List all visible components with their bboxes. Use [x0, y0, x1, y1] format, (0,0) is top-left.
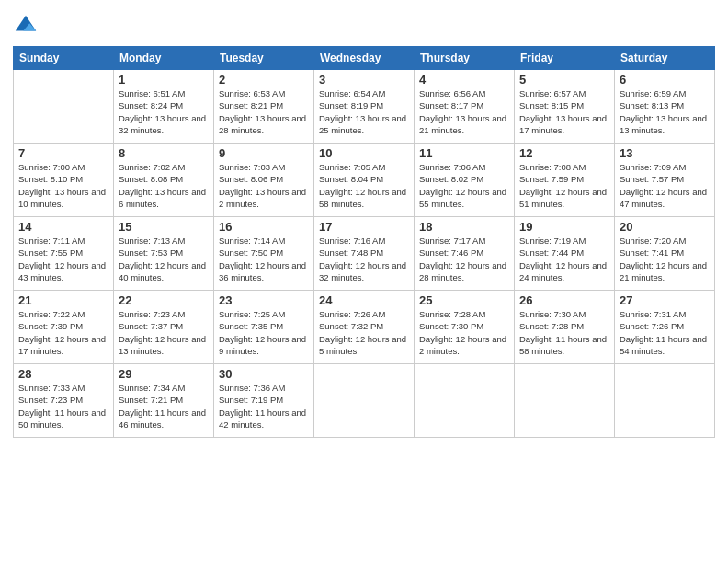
weekday-header-saturday: Saturday	[615, 47, 715, 70]
day-info: Sunrise: 7:28 AMSunset: 7:30 PMDaylight:…	[419, 308, 509, 357]
calendar-cell: 2Sunrise: 6:53 AMSunset: 8:21 PMDaylight…	[214, 70, 314, 144]
day-number: 23	[219, 293, 309, 307]
weekday-header-friday: Friday	[515, 47, 615, 70]
calendar-cell: 22Sunrise: 7:23 AMSunset: 7:37 PMDayligh…	[114, 291, 214, 364]
weekday-header-monday: Monday	[114, 47, 214, 70]
day-number: 5	[519, 73, 609, 86]
day-number: 8	[119, 146, 209, 160]
calendar-cell: 18Sunrise: 7:17 AMSunset: 7:46 PMDayligh…	[415, 217, 515, 291]
calendar-cell: 12Sunrise: 7:08 AMSunset: 7:59 PMDayligh…	[515, 144, 615, 217]
day-number: 10	[319, 146, 409, 160]
day-number: 22	[119, 293, 209, 307]
day-info: Sunrise: 6:53 AMSunset: 8:21 PMDaylight:…	[219, 87, 309, 136]
day-info: Sunrise: 7:22 AMSunset: 7:39 PMDaylight:…	[18, 308, 108, 357]
calendar-cell: 16Sunrise: 7:14 AMSunset: 7:50 PMDayligh…	[214, 217, 314, 291]
day-info: Sunrise: 7:09 AMSunset: 7:57 PMDaylight:…	[620, 161, 710, 210]
day-info: Sunrise: 7:08 AMSunset: 7:59 PMDaylight:…	[519, 161, 609, 210]
day-info: Sunrise: 7:36 AMSunset: 7:19 PMDaylight:…	[219, 382, 309, 431]
week-row-2: 7Sunrise: 7:00 AMSunset: 8:10 PMDaylight…	[14, 144, 715, 217]
logo-icon	[13, 13, 39, 39]
day-number: 28	[18, 367, 108, 381]
calendar-cell	[515, 364, 615, 438]
calendar-cell	[415, 364, 515, 438]
day-number: 6	[620, 73, 710, 86]
week-row-1: 1Sunrise: 6:51 AMSunset: 8:24 PMDaylight…	[14, 70, 715, 144]
calendar-cell: 21Sunrise: 7:22 AMSunset: 7:39 PMDayligh…	[14, 291, 114, 364]
day-number: 16	[219, 220, 309, 234]
calendar-cell: 30Sunrise: 7:36 AMSunset: 7:19 PMDayligh…	[214, 364, 314, 438]
header	[13, 9, 715, 39]
day-number: 4	[419, 73, 509, 86]
day-info: Sunrise: 6:57 AMSunset: 8:15 PMDaylight:…	[519, 87, 609, 136]
day-info: Sunrise: 7:03 AMSunset: 8:06 PMDaylight:…	[219, 161, 309, 210]
calendar-cell: 6Sunrise: 6:59 AMSunset: 8:13 PMDaylight…	[615, 70, 715, 144]
calendar: SundayMondayTuesdayWednesdayThursdayFrid…	[13, 46, 715, 438]
calendar-cell: 23Sunrise: 7:25 AMSunset: 7:35 PMDayligh…	[214, 291, 314, 364]
day-number: 9	[219, 146, 309, 160]
calendar-cell: 24Sunrise: 7:26 AMSunset: 7:32 PMDayligh…	[314, 291, 415, 364]
week-row-4: 21Sunrise: 7:22 AMSunset: 7:39 PMDayligh…	[14, 291, 715, 364]
calendar-cell	[615, 364, 715, 438]
day-info: Sunrise: 7:13 AMSunset: 7:53 PMDaylight:…	[119, 235, 209, 283]
day-number: 26	[519, 293, 609, 307]
day-number: 20	[620, 220, 710, 234]
day-number: 11	[419, 146, 509, 160]
day-number: 25	[419, 293, 509, 307]
calendar-cell	[14, 70, 114, 144]
day-info: Sunrise: 7:14 AMSunset: 7:50 PMDaylight:…	[219, 235, 309, 283]
day-info: Sunrise: 7:20 AMSunset: 7:41 PMDaylight:…	[620, 235, 710, 283]
day-number: 2	[219, 73, 309, 86]
day-number: 3	[319, 73, 409, 86]
day-number: 14	[18, 220, 108, 234]
calendar-cell: 28Sunrise: 7:33 AMSunset: 7:23 PMDayligh…	[14, 364, 114, 438]
day-info: Sunrise: 7:23 AMSunset: 7:37 PMDaylight:…	[119, 308, 209, 357]
day-info: Sunrise: 7:00 AMSunset: 8:10 PMDaylight:…	[18, 161, 108, 210]
day-info: Sunrise: 6:59 AMSunset: 8:13 PMDaylight:…	[620, 87, 710, 136]
week-row-3: 14Sunrise: 7:11 AMSunset: 7:55 PMDayligh…	[14, 217, 715, 291]
weekday-header-wednesday: Wednesday	[314, 47, 415, 70]
calendar-cell: 26Sunrise: 7:30 AMSunset: 7:28 PMDayligh…	[515, 291, 615, 364]
day-number: 17	[319, 220, 409, 234]
weekday-header-sunday: Sunday	[14, 47, 114, 70]
calendar-cell: 9Sunrise: 7:03 AMSunset: 8:06 PMDaylight…	[214, 144, 314, 217]
day-info: Sunrise: 7:16 AMSunset: 7:48 PMDaylight:…	[319, 235, 409, 283]
calendar-cell: 5Sunrise: 6:57 AMSunset: 8:15 PMDaylight…	[515, 70, 615, 144]
calendar-cell: 10Sunrise: 7:05 AMSunset: 8:04 PMDayligh…	[314, 144, 415, 217]
calendar-cell: 27Sunrise: 7:31 AMSunset: 7:26 PMDayligh…	[615, 291, 715, 364]
day-info: Sunrise: 7:19 AMSunset: 7:44 PMDaylight:…	[519, 235, 609, 283]
day-info: Sunrise: 6:51 AMSunset: 8:24 PMDaylight:…	[119, 87, 209, 136]
day-number: 7	[18, 146, 108, 160]
week-row-5: 28Sunrise: 7:33 AMSunset: 7:23 PMDayligh…	[14, 364, 715, 438]
day-info: Sunrise: 6:54 AMSunset: 8:19 PMDaylight:…	[319, 87, 409, 136]
day-number: 29	[119, 367, 209, 381]
day-number: 27	[620, 293, 710, 307]
day-number: 24	[319, 293, 409, 307]
day-info: Sunrise: 7:33 AMSunset: 7:23 PMDaylight:…	[18, 382, 108, 431]
day-number: 21	[18, 293, 108, 307]
day-info: Sunrise: 7:06 AMSunset: 8:02 PMDaylight:…	[419, 161, 509, 210]
day-info: Sunrise: 7:30 AMSunset: 7:28 PMDaylight:…	[519, 308, 609, 357]
day-number: 13	[620, 146, 710, 160]
weekday-header-tuesday: Tuesday	[214, 47, 314, 70]
day-info: Sunrise: 7:26 AMSunset: 7:32 PMDaylight:…	[319, 308, 409, 357]
day-info: Sunrise: 7:25 AMSunset: 7:35 PMDaylight:…	[219, 308, 309, 357]
day-number: 12	[519, 146, 609, 160]
day-info: Sunrise: 7:11 AMSunset: 7:55 PMDaylight:…	[18, 235, 108, 283]
day-info: Sunrise: 7:34 AMSunset: 7:21 PMDaylight:…	[119, 382, 209, 431]
day-number: 15	[119, 220, 209, 234]
calendar-cell: 15Sunrise: 7:13 AMSunset: 7:53 PMDayligh…	[114, 217, 214, 291]
page: SundayMondayTuesdayWednesdayThursdayFrid…	[0, 0, 728, 563]
calendar-cell: 1Sunrise: 6:51 AMSunset: 8:24 PMDaylight…	[114, 70, 214, 144]
day-info: Sunrise: 7:17 AMSunset: 7:46 PMDaylight:…	[419, 235, 509, 283]
day-number: 30	[219, 367, 309, 381]
weekday-header-thursday: Thursday	[415, 47, 515, 70]
day-number: 19	[519, 220, 609, 234]
calendar-cell: 4Sunrise: 6:56 AMSunset: 8:17 PMDaylight…	[415, 70, 515, 144]
logo	[13, 13, 40, 39]
day-number: 1	[119, 73, 209, 86]
calendar-cell: 25Sunrise: 7:28 AMSunset: 7:30 PMDayligh…	[415, 291, 515, 364]
calendar-cell: 20Sunrise: 7:20 AMSunset: 7:41 PMDayligh…	[615, 217, 715, 291]
calendar-cell: 17Sunrise: 7:16 AMSunset: 7:48 PMDayligh…	[314, 217, 415, 291]
day-info: Sunrise: 7:05 AMSunset: 8:04 PMDaylight:…	[319, 161, 409, 210]
calendar-cell: 7Sunrise: 7:00 AMSunset: 8:10 PMDaylight…	[14, 144, 114, 217]
